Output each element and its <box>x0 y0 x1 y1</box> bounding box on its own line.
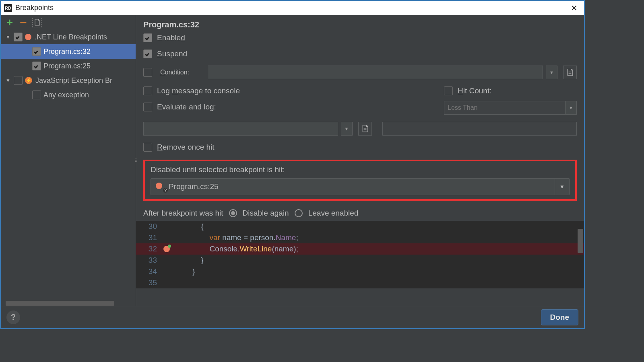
window-title: Breakpoints <box>15 4 568 12</box>
tree-item-label: Program.cs:25 <box>43 62 91 70</box>
condition-checkbox[interactable] <box>143 68 152 77</box>
help-button[interactable]: ? <box>6 311 20 324</box>
expand-icon[interactable]: ▼ <box>6 34 12 40</box>
code-text: { <box>175 222 204 231</box>
disabled-until-label: Disabled until selected breakpoint is hi… <box>151 165 570 174</box>
line-number: 35 <box>136 278 161 287</box>
breakpoints-tree-pane: + − ▼ .NET Line Breakpoints Program.cs:3… <box>1 15 136 306</box>
hit-count-value-input[interactable] <box>382 122 577 136</box>
code-line: 33 } <box>136 255 584 266</box>
radio-leave-enabled-label: Leave enabled <box>308 209 359 218</box>
group-checkbox[interactable] <box>14 76 23 85</box>
condition-expand-button[interactable] <box>563 66 577 79</box>
tree-item-label: Any exception <box>43 91 89 99</box>
disabled-until-value: Program.cs:25 <box>169 182 219 191</box>
group-by-button[interactable] <box>32 18 42 27</box>
line-number: 30 <box>136 222 161 231</box>
tree-item-any-exception[interactable]: Any exception <box>1 88 136 102</box>
code-text: } <box>175 267 195 276</box>
code-line: 35 <box>136 277 584 288</box>
enabled-row: Enabled <box>143 33 577 42</box>
conditional-badge-icon: ? <box>163 188 168 193</box>
radio-disable-again[interactable] <box>229 209 237 217</box>
close-icon[interactable]: ✕ <box>568 3 581 13</box>
tree-group-label: JavaScript Exception Br <box>35 76 112 85</box>
code-text: var name = person.Name; <box>175 233 298 242</box>
tree-item-program-25[interactable]: Program.cs:25 <box>1 59 136 73</box>
horizontal-scrollbar[interactable] <box>6 301 114 306</box>
remove-once-checkbox[interactable] <box>143 143 152 152</box>
remove-breakpoint-button[interactable]: − <box>19 18 28 27</box>
app-icon: RD <box>4 4 12 12</box>
breakpoint-dot-icon <box>156 183 162 189</box>
evaluate-expand-button[interactable] <box>358 122 372 136</box>
exception-icon <box>25 77 32 84</box>
after-hit-row: After breakpoint was hit Disable again L… <box>143 209 577 218</box>
done-button[interactable]: Done <box>541 309 579 325</box>
code-line: 31 var name = person.Name; <box>136 232 584 243</box>
breakpoint-dot-icon <box>25 34 31 40</box>
enabled-checkbox[interactable] <box>143 33 152 42</box>
log-message-row: Log message to console <box>143 86 240 95</box>
add-breakpoint-button[interactable]: + <box>5 18 14 27</box>
tree-item-label: Program.cs:32 <box>43 47 91 56</box>
details-title: Program.cs:32 <box>136 15 584 33</box>
chevron-down-icon[interactable]: ▼ <box>566 101 577 115</box>
group-checkbox[interactable] <box>14 33 23 41</box>
chevron-down-icon[interactable]: ▼ <box>555 178 570 195</box>
code-preview: 30 {31 var name = person.Name;32 Console… <box>136 221 584 288</box>
tree-group-js-exception[interactable]: ▼ JavaScript Exception Br <box>1 73 136 88</box>
tree-toolbar: + − <box>1 15 136 30</box>
hit-count-operator-select[interactable] <box>444 101 566 115</box>
evaluate-log-label: Evaluate and log: <box>157 103 216 111</box>
evaluate-expression-row: ▼ <box>143 122 577 136</box>
evaluate-expression-input[interactable] <box>143 122 338 136</box>
line-number: 33 <box>136 256 161 265</box>
code-line: 30 { <box>136 221 584 232</box>
after-hit-label: After breakpoint was hit <box>143 209 223 218</box>
dialog-footer: ? Done <box>1 306 584 328</box>
hit-count-row: Hit Count: <box>444 86 577 95</box>
evaluate-history-dropdown[interactable]: ▼ <box>341 122 353 136</box>
evaluate-log-row: Evaluate and log: <box>143 103 240 111</box>
condition-label: Condition: <box>160 69 204 76</box>
gutter[interactable] <box>161 246 175 252</box>
code-text: Console.WriteLine(name); <box>175 245 298 253</box>
vertical-scrollbar[interactable] <box>578 229 583 253</box>
remove-once-label: Remove once hit <box>157 143 215 152</box>
breakpoint-details-pane: ⠿ Program.cs:32 Enabled Suspend Conditio… <box>136 15 584 306</box>
condition-input[interactable] <box>208 66 543 79</box>
item-checkbox[interactable] <box>32 47 41 56</box>
item-checkbox[interactable] <box>32 90 41 99</box>
line-number: 32 <box>136 245 161 253</box>
log-message-label: Log message to console <box>157 86 240 95</box>
expand-icon[interactable]: ▼ <box>6 78 12 83</box>
code-line: 32 Console.WriteLine(name); <box>136 243 584 255</box>
radio-disable-again-label: Disable again <box>243 209 289 218</box>
tree-group-net-line[interactable]: ▼ .NET Line Breakpoints <box>1 30 136 44</box>
hit-count-checkbox[interactable] <box>444 86 453 95</box>
line-number: 31 <box>136 233 161 242</box>
remove-once-row: Remove once hit <box>143 143 577 152</box>
log-message-checkbox[interactable] <box>143 86 152 95</box>
titlebar: RD Breakpoints ✕ <box>1 1 584 15</box>
disabled-until-select[interactable]: ? Program.cs:25 ▼ <box>151 178 570 195</box>
tree-item-program-32[interactable]: Program.cs:32 <box>1 44 136 59</box>
code-line: 34 } <box>136 266 584 277</box>
disabled-until-section: Disabled until selected breakpoint is hi… <box>143 160 577 201</box>
breakpoint-gutter-icon[interactable] <box>163 246 170 252</box>
item-checkbox[interactable] <box>32 62 41 70</box>
hit-count-label: Hit Count: <box>458 86 492 95</box>
code-text: } <box>175 256 204 265</box>
breakpoints-tree[interactable]: ▼ .NET Line Breakpoints Program.cs:32 Pr… <box>1 30 136 306</box>
pane-resize-handle[interactable]: ⠿ <box>134 158 137 163</box>
suspend-checkbox[interactable] <box>143 49 152 58</box>
enabled-label: Enabled <box>157 33 185 42</box>
condition-history-dropdown[interactable]: ▼ <box>546 66 557 79</box>
line-number: 34 <box>136 267 161 276</box>
radio-leave-enabled[interactable] <box>295 209 303 217</box>
evaluate-log-checkbox[interactable] <box>143 103 152 111</box>
tree-group-label: .NET Line Breakpoints <box>35 33 107 41</box>
suspend-label: Suspend <box>157 49 187 58</box>
condition-row: Condition: ▼ <box>143 66 577 79</box>
